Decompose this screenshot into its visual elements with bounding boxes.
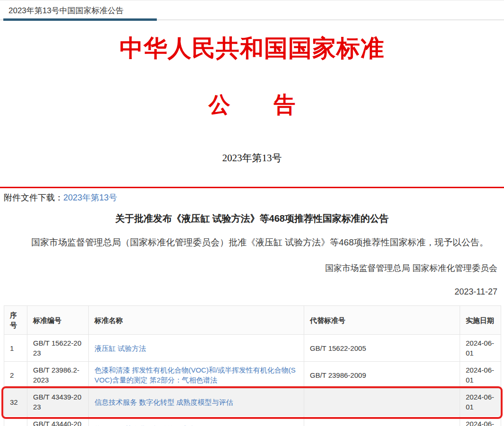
- cell-standard-code: GB/T 43439-2023: [27, 389, 89, 416]
- page-subtitle: 公 告: [0, 93, 504, 117]
- cell-seq: 2: [4, 362, 27, 389]
- cell-replaces: GB/T 23986-2009: [304, 362, 460, 389]
- cell-seq: 32: [4, 389, 27, 416]
- standard-name-link[interactable]: 色漆和清漆 挥发性有机化合物(VOC)和/或半挥发性有机化合物(SVOC)含量的…: [94, 366, 296, 384]
- table-row: 32GB/T 43439-2023信息技术服务 数字化转型 成熟度模型与评估20…: [4, 389, 501, 416]
- table-header-row: 序号 标准编号 标准名称 代替标准号 实施日期: [4, 306, 501, 335]
- tab-active-underline: [3, 18, 157, 21]
- header-name: 标准名称: [89, 306, 304, 335]
- cell-standard-name: 液压缸 试验方法: [89, 335, 304, 362]
- cell-seq: 33: [4, 416, 27, 426]
- table-row: 1GB/T 15622-2023液压缸 试验方法GB/T 15622-20052…: [4, 335, 501, 362]
- cell-replaces: [304, 416, 460, 426]
- attachment-label: 附件文件下载：: [4, 193, 63, 202]
- cell-standard-name: 信息技术服务 数字化转型 成熟度模型与评估: [89, 389, 304, 416]
- standard-name-link[interactable]: 信息技术服务 数字化转型 成熟度模型与评估: [94, 398, 233, 406]
- cell-standard-name: 色漆和清漆 挥发性有机化合物(VOC)和/或半挥发性有机化合物(SVOC)含量的…: [89, 362, 304, 389]
- issue-date: 2023-11-27: [0, 287, 497, 297]
- notice-heading: 关于批准发布《液压缸 试验方法》等468项推荐性国家标准的公告: [0, 212, 504, 225]
- table-row: 33GB/T 43440-2023物联网 智慧农业数据传输技术应用指南2024-…: [4, 416, 501, 426]
- tab-current-announcement[interactable]: 2023年第13号中国国家标准公告: [9, 5, 124, 16]
- notice-body: 国家市场监督管理总局（国家标准化管理委员会）批准《液压缸 试验方法》等468项推…: [13, 236, 490, 249]
- cell-replaces: [304, 389, 460, 416]
- header-replaces: 代替标准号: [304, 306, 460, 335]
- tab-bar: 2023年第13号中国国家标准公告: [0, 0, 504, 21]
- page: { "tab": { "label": "2023年第13号中国国家标准公告" …: [0, 0, 504, 426]
- cell-replaces: GB/T 15622-2005: [304, 335, 460, 362]
- page-title: 中华人民共和国国家标准: [0, 35, 504, 61]
- cell-standard-code: GB/T 23986.2-2023: [27, 362, 89, 389]
- cell-impl-date: 2024-06-01: [460, 335, 501, 362]
- red-divider: [0, 187, 504, 188]
- issuing-authority: 国家市场监督管理总局 国家标准化管理委员会: [0, 262, 497, 274]
- cell-impl-date: 2024-06-01: [460, 389, 501, 416]
- cell-standard-code: GB/T 15622-2023: [27, 335, 89, 362]
- standard-name-link[interactable]: 液压缸 试验方法: [94, 344, 146, 352]
- cell-standard-name: 物联网 智慧农业数据传输技术应用指南: [89, 416, 304, 426]
- cell-impl-date: 2024-06-01: [460, 416, 501, 426]
- attachment-row: 附件文件下载：2023年第13号: [4, 192, 504, 203]
- cell-impl-date: 2024-06-01: [460, 362, 501, 389]
- attachment-download-link[interactable]: 2023年第13号: [63, 193, 117, 202]
- cell-standard-code: GB/T 43440-2023: [27, 416, 89, 426]
- cell-seq: 1: [4, 335, 27, 362]
- header-code: 标准编号: [27, 306, 89, 335]
- header-date: 实施日期: [460, 306, 501, 335]
- table-row: 2GB/T 23986.2-2023色漆和清漆 挥发性有机化合物(VOC)和/或…: [4, 362, 501, 389]
- header-seq: 序号: [4, 306, 27, 335]
- issue-number: 2023年第13号: [0, 151, 504, 165]
- standards-table: 序号 标准编号 标准名称 代替标准号 实施日期 1GB/T 15622-2023…: [4, 305, 501, 426]
